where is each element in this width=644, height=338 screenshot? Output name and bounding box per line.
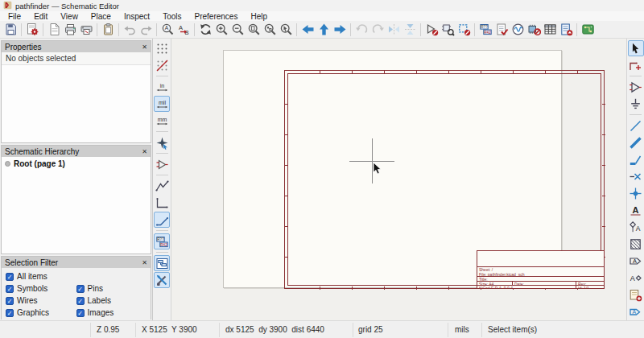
symbol-browser-button[interactable]: [440, 22, 456, 38]
find-replace-button[interactable]: AB: [175, 22, 192, 38]
rule-area-button[interactable]: [628, 236, 644, 252]
unit-mm-button[interactable]: mm: [154, 113, 170, 129]
filter-option-images[interactable]: ✓Images: [76, 308, 147, 317]
menu-help[interactable]: Help: [244, 12, 274, 21]
add-symbol-button[interactable]: [628, 79, 644, 95]
checkbox-icon[interactable]: ✓: [76, 297, 85, 305]
grid-override-button[interactable]: [154, 57, 170, 73]
menu-file[interactable]: File: [2, 12, 27, 21]
line-free-angle-button[interactable]: [154, 178, 170, 194]
filter-option-all-items[interactable]: ✓All items: [6, 272, 76, 281]
zoom-page-button[interactable]: [246, 22, 262, 38]
menu-inspect[interactable]: Inspect: [118, 12, 156, 21]
highlight-net-button[interactable]: [628, 57, 644, 73]
rotate-cw-icon: [371, 23, 385, 36]
hierarchy-item-root[interactable]: Root (page 1): [5, 159, 147, 168]
zoom-indicator: Z 0.95: [97, 325, 119, 334]
filter-option-graphics[interactable]: ✓Graphics: [6, 308, 76, 317]
svg-text:mil: mil: [159, 99, 166, 105]
save-button[interactable]: [2, 22, 19, 38]
filter-option-wires[interactable]: ✓Wires: [6, 296, 76, 305]
add-bus-entry-button[interactable]: [628, 151, 644, 167]
hidden-pins-button[interactable]: [154, 156, 170, 172]
auto-annotate-button[interactable]: R??R42: [154, 233, 170, 249]
hierarchy-tree: Root (page 1): [2, 157, 151, 254]
open-pcb-editor-icon: [581, 23, 595, 36]
filter-option-pins[interactable]: ✓Pins: [76, 284, 147, 293]
menu-view[interactable]: View: [54, 12, 85, 21]
checkbox-icon[interactable]: ✓: [76, 285, 85, 293]
open-pcb-editor-button[interactable]: [580, 22, 596, 38]
zoom-selection-button[interactable]: [278, 22, 294, 38]
grid-button[interactable]: [154, 40, 170, 56]
zoom-objects-button[interactable]: [262, 22, 278, 38]
window-title: pathfinder — Schematic Editor: [15, 2, 119, 10]
page-settings-button[interactable]: [46, 22, 62, 38]
zoom-out-button[interactable]: [229, 22, 246, 38]
checkbox-icon[interactable]: ✓: [6, 273, 14, 281]
checkbox-icon[interactable]: ✓: [6, 309, 14, 317]
zoom-in-button[interactable]: [213, 22, 229, 38]
checkbox-icon[interactable]: ✓: [6, 285, 14, 293]
sheet-pin-button[interactable]: A: [628, 303, 644, 319]
unit-mil-button[interactable]: mil: [154, 96, 170, 112]
crosshair-cursor-button[interactable]: [154, 134, 170, 150]
checkbox-icon[interactable]: ✓: [6, 297, 14, 305]
paste-button[interactable]: [100, 22, 116, 38]
menu-tools[interactable]: Tools: [156, 12, 188, 21]
filter-option-label: Symbols: [17, 284, 47, 293]
properties-panel-button[interactable]: [154, 272, 170, 288]
grid-indicator[interactable]: grid 25: [358, 325, 383, 334]
nav-back-button[interactable]: [299, 22, 316, 38]
simulator-button[interactable]: [510, 22, 526, 38]
symbol-fields-table-button[interactable]: [542, 22, 558, 38]
symbol-editor-button[interactable]: [423, 22, 440, 38]
filter-option-symbols[interactable]: ✓Symbols: [6, 284, 76, 293]
annotate-button[interactable]: R??R42: [477, 22, 493, 38]
line-hv-button[interactable]: [154, 195, 170, 211]
refresh-button[interactable]: [197, 22, 213, 38]
nav-back-icon: [301, 23, 315, 36]
mirror-h-button: [402, 22, 418, 38]
nav-up-button[interactable]: [316, 22, 332, 38]
add-power-button[interactable]: [628, 96, 644, 112]
add-sheet-button[interactable]: [628, 286, 644, 303]
filter-option-labels[interactable]: ✓Labels: [76, 296, 147, 305]
unit-in-button[interactable]: in: [154, 79, 170, 95]
title-block-kicad-row: KiCad E.D.A. 9.0.4 Id: 1/1: [477, 285, 604, 289]
bom-icon: [559, 23, 573, 36]
add-junction-button[interactable]: [628, 185, 644, 201]
checkbox-icon[interactable]: ✓: [76, 309, 85, 317]
assign-footprints-button[interactable]: [526, 22, 542, 38]
bom-button[interactable]: [558, 22, 574, 38]
add-bus-button[interactable]: [628, 134, 644, 150]
svg-text:R??: R??: [157, 237, 164, 241]
menu-edit[interactable]: Edit: [27, 12, 54, 21]
hierarchy-panel-header: Schematic Hierarchy ✕: [2, 146, 151, 157]
net-label-button[interactable]: A: [628, 202, 644, 218]
print-button[interactable]: [62, 22, 78, 38]
close-icon[interactable]: ✕: [142, 43, 147, 51]
hidden-pins-icon: [155, 158, 169, 171]
plot-button[interactable]: [78, 22, 94, 38]
schematic-setup-button[interactable]: [24, 22, 40, 38]
menu-preferences[interactable]: Preferences: [188, 12, 244, 21]
add-wire-button[interactable]: [628, 117, 644, 134]
find-button[interactable]: A: [159, 22, 175, 38]
close-icon[interactable]: ✕: [142, 148, 147, 155]
erc-button[interactable]: [493, 22, 510, 38]
footprint-editor-button[interactable]: [456, 22, 472, 38]
close-icon[interactable]: ✕: [142, 259, 147, 266]
schematic-canvas[interactable]: Sheet: / File: pathfinder.kicad_sch Titl…: [171, 39, 626, 320]
nav-forward-button[interactable]: [332, 22, 348, 38]
units-indicator[interactable]: mils: [455, 325, 469, 334]
hierarchical-label-button[interactable]: A: [628, 270, 644, 286]
select-tool-button[interactable]: [628, 40, 644, 56]
no-connect-button[interactable]: [628, 168, 644, 184]
netclass-directive-button[interactable]: A: [628, 219, 644, 235]
hierarchy-navigator-button[interactable]: [154, 255, 170, 271]
menu-place[interactable]: Place: [85, 12, 118, 21]
paste-icon: [101, 23, 115, 36]
global-label-button[interactable]: A: [628, 253, 644, 269]
line-45-button[interactable]: [154, 212, 170, 228]
